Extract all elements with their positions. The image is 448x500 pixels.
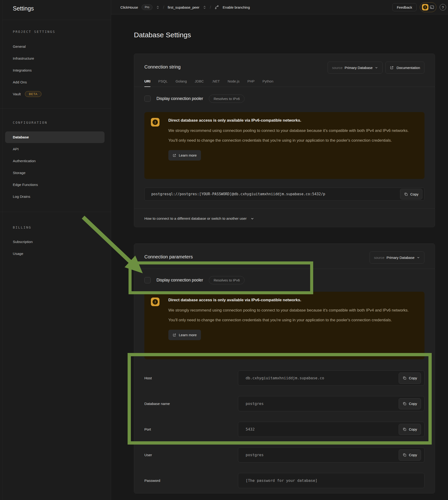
org-switcher-icon[interactable] — [156, 6, 160, 9]
pooler-row: Display connection pooler Resolves to IP… — [144, 94, 424, 103]
help-button[interactable]: ? — [440, 4, 446, 11]
connection-uri-field[interactable]: postgresql://postgres:[YOUR-PASSWORD]@db… — [144, 187, 424, 200]
user-label: User — [144, 453, 238, 457]
source-label: source — [374, 256, 384, 260]
external-link-icon — [173, 333, 176, 337]
card-title: Connection string — [144, 62, 181, 70]
warning-title: Direct database access is only available… — [168, 298, 418, 302]
copy-icon — [403, 376, 407, 380]
sidebar-item-vault[interactable]: Vault BETA — [5, 88, 105, 100]
org-name[interactable]: ClickHouse — [120, 5, 138, 9]
host-field[interactable]: db.cxhygiuitamxhniiddjm.supabase.co Copy — [238, 370, 424, 386]
connection-string-header: Connection string source Primary Databas… — [134, 54, 435, 74]
copy-icon — [403, 453, 407, 457]
tab-php[interactable]: PHP — [247, 79, 255, 87]
source-label: source — [332, 66, 342, 70]
tab-nodejs[interactable]: Node.js — [228, 79, 240, 87]
source-select[interactable]: source Primary Database — [328, 62, 383, 74]
tab-dotnet[interactable]: .NET — [212, 79, 220, 87]
copy-icon — [404, 192, 408, 196]
sidebar-item-infrastructure[interactable]: Infrastructure — [5, 52, 105, 64]
sidebar-title: Settings — [13, 5, 34, 12]
display-connection-pooler-checkbox[interactable] — [144, 277, 151, 283]
project-switcher-icon[interactable] — [203, 6, 206, 9]
password-placeholder: [The password for your database] — [246, 478, 317, 483]
branch-icon — [214, 5, 219, 10]
alert-icon: ! — [422, 4, 429, 11]
copy-icon — [403, 427, 407, 431]
sidebar-item-api[interactable]: API — [5, 143, 105, 155]
port-field[interactable]: 5432 Copy — [238, 422, 424, 437]
copy-database-name-button[interactable]: Copy — [399, 398, 421, 409]
learn-more-button[interactable]: Learn more — [168, 330, 201, 340]
sidebar-item-general[interactable]: General — [5, 41, 105, 52]
password-row: Password [The password for your database… — [144, 473, 424, 488]
copy-icon — [403, 402, 407, 406]
password-field[interactable]: [The password for your database] — [238, 473, 424, 488]
chevron-down-icon — [416, 256, 420, 259]
database-name-value: postgres — [246, 401, 264, 406]
connection-string-card: Connection string source Primary Databas… — [134, 54, 435, 227]
top-bar: ClickHouse Pro / first_supabase_peer / E… — [111, 0, 448, 15]
external-link-icon — [173, 153, 176, 157]
copy-label: Copy — [409, 376, 417, 380]
learn-more-button[interactable]: Learn more — [168, 150, 201, 161]
sidebar-item-log-drains[interactable]: Log Drains — [5, 191, 105, 202]
database-name-field[interactable]: postgres Copy — [238, 396, 424, 411]
plan-badge: Pro — [142, 4, 153, 10]
sidebar-item-integrations[interactable]: Integrations — [5, 64, 105, 76]
sidebar-item-edge-functions[interactable]: Edge Functions — [5, 179, 105, 191]
sidebar-item-authentication[interactable]: Authentication — [5, 155, 105, 167]
copy-port-button[interactable]: Copy — [399, 424, 421, 435]
sidebar-item-add-ons[interactable]: Add Ons — [5, 76, 105, 88]
warning-body: We strongly recommend using connection p… — [168, 126, 412, 145]
enable-branching-button[interactable]: Enable branching — [223, 5, 250, 9]
sidebar-item-subscription[interactable]: Subscription — [5, 236, 105, 248]
section-project-settings: PROJECT SETTINGS General Infrastructure … — [0, 20, 111, 108]
page-title: Database Settings — [134, 31, 191, 39]
tab-psql[interactable]: PSQL — [158, 79, 168, 87]
tab-jdbc[interactable]: JDBC — [195, 79, 204, 87]
host-row: Host db.cxhygiuitamxhniiddjm.supabase.co… — [144, 370, 424, 386]
resolves-to-ipv6-badge: Resolves to IPv6 — [209, 276, 244, 284]
source-value: Primary Database — [386, 256, 415, 260]
connection-uri-value: postgresql://postgres:[YOUR-PASSWORD]@db… — [151, 192, 325, 196]
section-heading: CONFIGURATION — [13, 121, 111, 124]
tab-python[interactable]: Python — [262, 79, 273, 87]
feedback-button[interactable]: Feedback — [392, 3, 416, 11]
section-billing: BILLING Subscription Usage — [0, 212, 111, 269]
display-connection-pooler-checkbox[interactable] — [144, 96, 151, 102]
project-name[interactable]: first_supabase_peer — [168, 5, 199, 9]
notifications-button[interactable]: ! — [420, 2, 436, 12]
copy-label: Copy — [409, 453, 417, 457]
learn-more-label: Learn more — [179, 153, 197, 157]
copy-user-button[interactable]: Copy — [399, 450, 421, 461]
copy-uri-button[interactable]: Copy — [400, 189, 422, 200]
warning-body: We strongly recommend using connection p… — [168, 305, 412, 325]
documentation-button[interactable]: Documentation — [385, 62, 424, 74]
source-value: Primary Database — [345, 66, 373, 70]
source-select[interactable]: source Primary Database — [369, 251, 424, 264]
sidebar-nav: PROJECT SETTINGS General Infrastructure … — [0, 20, 111, 269]
password-label: Password — [144, 479, 238, 483]
warning-icon: ! — [151, 118, 160, 127]
connect-help-toggle[interactable]: How to connect to a different database o… — [134, 209, 435, 228]
top-bar-actions: Feedback ! ? — [392, 0, 446, 15]
tab-golang[interactable]: Golang — [176, 79, 187, 87]
settings-sidebar: Settings PROJECT SETTINGS General Infras… — [0, 0, 111, 500]
resolves-to-ipv6-badge: Resolves to IPv6 — [209, 95, 244, 103]
tab-uri[interactable]: URI — [144, 79, 150, 87]
sidebar-item-storage[interactable]: Storage — [5, 167, 105, 179]
ipv6-warning: ! Direct database access is only availab… — [144, 112, 424, 179]
breadcrumb-separator: / — [163, 5, 164, 10]
pooler-label: Display connection pooler — [157, 96, 203, 101]
connection-parameters-card: Connection parameters source Primary Dat… — [134, 244, 435, 494]
breadcrumb-separator: / — [210, 5, 211, 10]
copy-host-button[interactable]: Copy — [399, 373, 421, 384]
sidebar-item-database[interactable]: Database — [5, 132, 105, 143]
port-label: Port — [144, 427, 238, 432]
sidebar-item-usage[interactable]: Usage — [5, 248, 105, 260]
port-row: Port 5432 Copy — [144, 422, 424, 437]
user-row: User postgres Copy — [144, 447, 424, 463]
user-field[interactable]: postgres Copy — [238, 447, 424, 463]
